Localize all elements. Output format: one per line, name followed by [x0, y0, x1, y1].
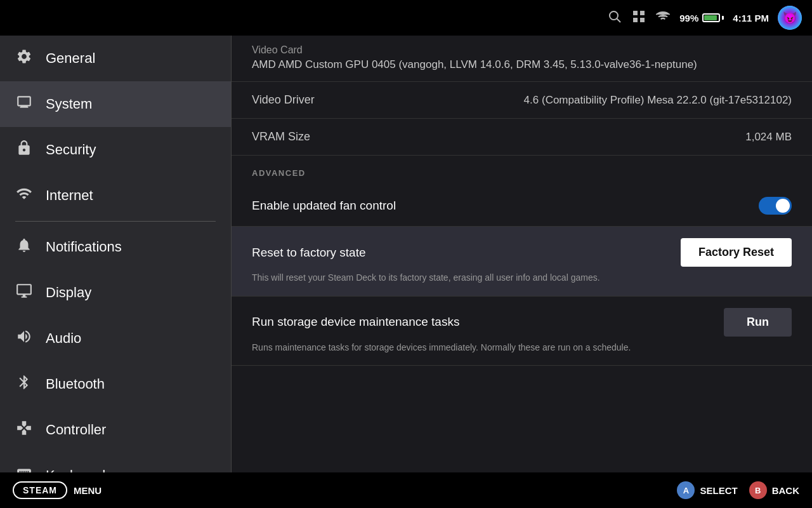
sidebar-item-security[interactable]: Security	[0, 127, 231, 173]
factory-reset-row: Reset to factory state Factory Reset Thi…	[232, 227, 812, 297]
bottom-right-controls: A SELECT B BACK	[677, 481, 799, 499]
topbar-time: 4:11 PM	[733, 13, 769, 23]
notifications-icon	[15, 237, 33, 257]
search-icon[interactable]	[607, 9, 622, 27]
video-driver-row: Video Driver 4.6 (Compatibility Profile)…	[232, 82, 812, 119]
topbar-icons: 99% 4:11 PM 😈	[607, 6, 802, 30]
sidebar-item-label-controller: Controller	[46, 422, 106, 438]
main-content: Video Card AMD AMD Custom GPU 0405 (vang…	[232, 36, 812, 472]
sidebar-item-label-keyboard: Keyboard	[46, 467, 105, 472]
vram-value: 1,024 MB	[745, 131, 792, 144]
advanced-section-header: ADVANCED	[232, 156, 812, 185]
signal-icon	[655, 9, 671, 27]
sidebar-item-internet[interactable]: Internet	[0, 173, 231, 218]
sidebar-item-label-general: General	[46, 50, 95, 67]
sidebar-item-controller[interactable]: Controller	[0, 407, 231, 453]
svg-rect-2	[633, 11, 638, 15]
b-button[interactable]: B	[749, 481, 767, 499]
wifi-icon	[15, 185, 33, 206]
menu-label: MENU	[74, 485, 102, 496]
sidebar-item-bluetooth[interactable]: Bluetooth	[0, 361, 231, 407]
sidebar-item-audio[interactable]: Audio	[0, 316, 231, 361]
video-card-block: Video Card AMD AMD Custom GPU 0405 (vang…	[232, 36, 812, 82]
maintenance-row: Run storage device maintenance tasks Run…	[232, 297, 812, 366]
bluetooth-icon	[15, 374, 33, 394]
svg-rect-3	[640, 11, 645, 15]
factory-reset-title: Reset to factory state	[252, 246, 366, 260]
maintenance-desc: Runs maintenance tasks for storage devic…	[252, 342, 792, 354]
grid-icon[interactable]	[631, 9, 646, 27]
sidebar-item-system[interactable]: System	[0, 81, 231, 127]
sidebar-item-keyboard[interactable]: Keyboard	[0, 453, 231, 472]
vram-label: VRAM Size	[252, 130, 310, 144]
monitor-icon	[15, 94, 33, 114]
steam-button[interactable]: STEAM	[13, 481, 67, 499]
controller-icon	[15, 420, 33, 440]
battery-area: 99%	[679, 13, 724, 23]
sidebar-item-label-internet: Internet	[46, 187, 93, 204]
sidebar-item-label-security: Security	[46, 142, 96, 158]
gear-icon	[15, 48, 33, 69]
audio-icon	[15, 328, 33, 349]
factory-reset-button[interactable]: Factory Reset	[681, 238, 792, 267]
topbar: 99% 4:11 PM 😈	[0, 0, 812, 36]
bottombar: STEAM MENU A SELECT B BACK	[0, 472, 812, 508]
sidebar-item-label-system: System	[46, 96, 92, 112]
display-icon	[15, 283, 33, 303]
video-driver-value: 4.6 (Compatibility Profile) Mesa 22.2.0 …	[524, 94, 792, 107]
sidebar-item-label-display: Display	[46, 284, 91, 301]
avatar[interactable]: 😈	[778, 6, 802, 30]
factory-reset-desc: This will reset your Steam Deck to its f…	[252, 272, 792, 284]
sidebar-item-display[interactable]: Display	[0, 270, 231, 316]
svg-point-0	[610, 11, 618, 20]
sidebar-item-label-audio: Audio	[46, 330, 81, 347]
video-card-label: Video Card	[252, 44, 792, 56]
battery-icon	[702, 13, 724, 22]
video-card-value: AMD AMD Custom GPU 0405 (vangogh, LLVM 1…	[252, 58, 792, 71]
fan-control-toggle[interactable]	[759, 197, 792, 215]
fan-control-row[interactable]: Enable updated fan control	[232, 185, 812, 227]
lock-icon	[15, 140, 33, 160]
maintenance-title: Run storage device maintenance tasks	[252, 315, 459, 329]
sidebar-item-notifications[interactable]: Notifications	[0, 224, 231, 270]
svg-line-1	[617, 18, 621, 22]
sidebar-item-general[interactable]: General	[0, 36, 231, 81]
select-btn-group: A SELECT	[677, 481, 737, 499]
select-label: SELECT	[700, 485, 737, 496]
maintenance-run-button[interactable]: Run	[724, 308, 792, 337]
back-label: BACK	[772, 485, 799, 496]
sidebar-divider	[15, 221, 216, 222]
sidebar: General System Security Internet	[0, 36, 232, 472]
keyboard-icon	[15, 465, 33, 472]
svg-text:😈: 😈	[783, 11, 797, 25]
sidebar-item-label-notifications: Notifications	[46, 239, 122, 255]
fan-control-label: Enable updated fan control	[252, 199, 396, 213]
vram-row: VRAM Size 1,024 MB	[232, 119, 812, 156]
svg-rect-5	[640, 18, 645, 22]
video-driver-label: Video Driver	[252, 93, 315, 107]
back-btn-group: B BACK	[749, 481, 799, 499]
a-button[interactable]: A	[677, 481, 695, 499]
battery-percent: 99%	[679, 13, 698, 23]
sidebar-item-label-bluetooth: Bluetooth	[46, 376, 105, 392]
svg-rect-4	[633, 18, 638, 22]
